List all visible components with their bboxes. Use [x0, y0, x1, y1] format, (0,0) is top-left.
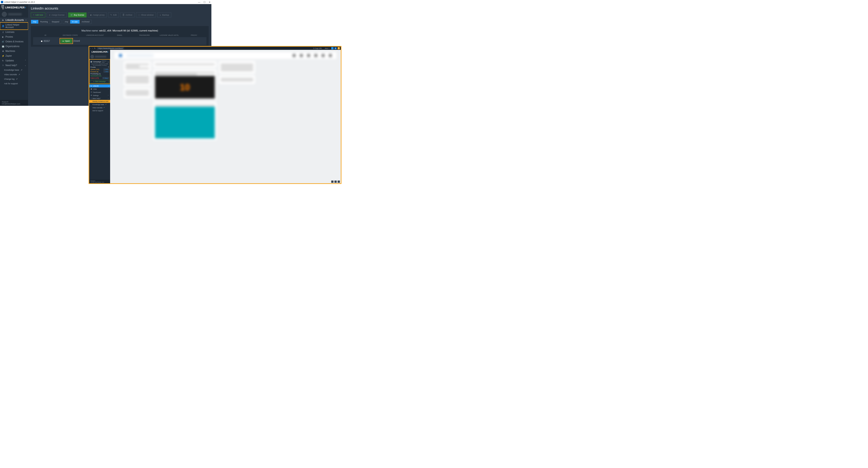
reload-icon[interactable]: ↻: [94, 48, 96, 50]
support-footer: Support: info@linkedhelper.com: [0, 100, 28, 106]
sidebar-item-licenses[interactable]: ⚷Licenses: [0, 30, 28, 34]
linkedin-icon[interactable]: in: [334, 47, 337, 50]
home-icon[interactable]: [293, 54, 296, 57]
sidebar-item-lh-account[interactable]: 👤Linked Helper Account: [0, 23, 28, 30]
sidebar-item-updates[interactable]: ↻Updates⌃: [0, 58, 28, 63]
video-thumbnail[interactable]: 10: [155, 76, 215, 98]
show-window-button: ⬚ Show window: [136, 12, 156, 18]
sidebar-item-changelog[interactable]: Change log ↗: [0, 77, 28, 81]
nav2-weekly[interactable]: Weekly invitations limit: [89, 100, 110, 103]
backup-button: ⤓ Backup: [157, 12, 171, 18]
help-icon: ?: [91, 98, 92, 99]
filter-state: Any Running Stopped: [31, 20, 61, 24]
open-button[interactable]: ▸ Open: [61, 39, 72, 43]
proxies-row[interactable]: Proxies▾: [90, 66, 109, 68]
account-row[interactable]: [0, 11, 28, 18]
titlebar: Linked Helper 2 Launcher v1.15.3 — ☐ ✕: [0, 0, 211, 4]
notifications-icon[interactable]: [322, 54, 324, 57]
support-footer: Support: info@linkedhelper.com: [89, 180, 110, 183]
page-title: LinkedIn accounts: [31, 6, 209, 10]
external-icon: ↗: [18, 73, 20, 76]
flag-icon[interactable]: [331, 47, 334, 50]
forward-icon[interactable]: ›: [92, 48, 93, 50]
sidebar-item-kb[interactable]: Knowledge base ↗: [0, 68, 28, 72]
queue-label: Queue (193): [90, 69, 99, 70]
filter-any[interactable]: Any: [31, 20, 38, 24]
campaign-header[interactable]: ▦ Campaign Click to view⌄: [90, 60, 109, 63]
filter-any2[interactable]: Any: [63, 20, 70, 24]
zap-icon: ⚡: [2, 55, 4, 57]
avatar: [90, 55, 94, 58]
filter-usage: Any In use Archived: [63, 20, 92, 24]
campaign-panel: ▦ Campaign Click to view⌄ Last 24 hrs' a…: [89, 59, 110, 84]
sidebar-item-machines[interactable]: 🖥Machines: [0, 49, 28, 54]
status-icon[interactable]: [334, 181, 337, 183]
me-icon[interactable]: [329, 54, 332, 57]
external-icon: ↗: [16, 78, 18, 80]
ad-card: [219, 75, 255, 84]
status-icon[interactable]: [331, 181, 334, 183]
post-composer[interactable]: [153, 61, 217, 67]
profile-row[interactable]: [89, 54, 110, 59]
browser-bar: ‹ › ↻ https://www.linkedin.com/feed/ ⎘ C…: [89, 46, 341, 50]
sidebar-item-need-help[interactable]: ?Need help?⌄: [0, 63, 28, 68]
linkedin-icon: in: [91, 85, 92, 87]
nav2-linkedin[interactable]: inLinkedIn›: [89, 85, 110, 88]
filter-inuse[interactable]: In use: [70, 20, 80, 24]
user-icon: 👤: [2, 25, 4, 27]
grid-icon: ▦: [91, 88, 92, 90]
sidebar-item-linkedin-accounts[interactable]: inLinkedIn Accounts›: [0, 18, 28, 23]
add-exclude-button[interactable]: + Add: [103, 71, 109, 72]
sidebar-item-orders[interactable]: 🛒Orders & Invoices: [0, 39, 28, 44]
search-input[interactable]: [126, 54, 154, 57]
copy-url-button[interactable]: ⎘ Copy URL: [312, 48, 323, 50]
filter-archived[interactable]: Archived: [80, 20, 91, 24]
nav2-kb[interactable]: Knowledge base ↗: [89, 103, 110, 106]
nav2-need-help[interactable]: ?Need help?⌄: [89, 97, 110, 100]
sidebar-item-orgs[interactable]: 🏢Organizations: [0, 44, 28, 49]
close-icon[interactable]: ✕: [338, 47, 340, 50]
buy-license-button[interactable]: 🛒 Buy license: [68, 12, 87, 18]
sidebar-item-proxies[interactable]: ◐Proxies: [0, 34, 28, 39]
table-row[interactable]: 85557 ▸ Open closed: [33, 37, 207, 45]
back-icon[interactable]: ‹: [90, 48, 91, 50]
table-header: IDINSTANCE STATELINKEDIN ACCOUNTEMAILPAS…: [33, 33, 207, 37]
jobs-icon[interactable]: [307, 54, 310, 57]
toolbar: + Add new ⚷ Assign license 🛒 Buy license…: [31, 12, 209, 18]
nav2-videos[interactable]: Video tutorials ↗: [89, 106, 110, 109]
filter-stopped[interactable]: Stopped: [50, 20, 61, 24]
network-icon[interactable]: [300, 54, 303, 57]
sidebar-item-zapier[interactable]: ⚡Zapier: [0, 54, 28, 58]
image-thumbnail[interactable]: [155, 107, 215, 138]
minimize-button[interactable]: —: [198, 1, 200, 3]
linkedin-topnav: [115, 52, 336, 59]
profile-name: [95, 56, 106, 58]
sidebar-item-ask[interactable]: Ask for support: [0, 81, 28, 86]
close-button[interactable]: ✕: [209, 1, 211, 3]
retry-button[interactable]: ↻ Retry: [102, 77, 109, 79]
messaging-icon[interactable]: [314, 54, 317, 57]
campaign-nocamp: No campaigns running: [90, 65, 109, 66]
filter-running[interactable]: Running: [38, 20, 50, 24]
instance-window: ‹ › ↻ https://www.linkedin.com/feed/ ⎘ C…: [89, 46, 341, 183]
start-campaign-button[interactable]: ▸ Start campaign: [90, 80, 109, 83]
add-new-button[interactable]: + Add new: [31, 12, 45, 18]
status-icon[interactable]: [338, 181, 340, 183]
add-queue-button[interactable]: + Add: [103, 68, 109, 70]
feed-post: 10: [153, 69, 217, 100]
linkedin-logo-icon: [119, 54, 122, 57]
sidebar: LINKEDHELPER2 inLinkedIn Accounts› 👤Link…: [0, 4, 28, 106]
sidebar-item-videos[interactable]: Video tutorials ↗: [0, 72, 28, 77]
dashboard-icon: ◫: [91, 91, 92, 93]
nav2-dashboard[interactable]: ◫Dashboard: [89, 91, 110, 94]
maximize-button[interactable]: ☐: [204, 1, 206, 3]
key-icon: ⚷: [2, 31, 4, 33]
external-icon: ↗: [21, 69, 23, 71]
nav2-settings[interactable]: ⚙Settings⌃: [89, 94, 110, 97]
nav2-ask[interactable]: Ask for support: [89, 109, 110, 112]
auto-toggle[interactable]: Auto +: [324, 48, 330, 50]
feed-post: [153, 102, 217, 140]
url-field[interactable]: https://www.linkedin.com/feed/: [97, 47, 124, 50]
accounts-panel: Machine name: win32, x64: Microsoft Wi (…: [31, 26, 209, 46]
nav2-crm[interactable]: ▦CRM⌃: [89, 88, 110, 91]
